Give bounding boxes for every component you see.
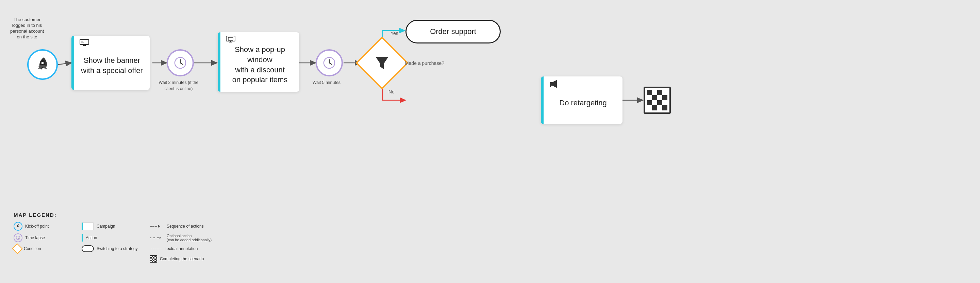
- legend-strategy-icon: [82, 245, 94, 252]
- legend: MAP LEGEND: Kick-off point Campaign: [14, 212, 224, 262]
- kickoff-node: [27, 49, 58, 80]
- legend-timelapse-label: Time lapse: [25, 236, 45, 240]
- condition-node: [355, 36, 409, 89]
- legend-campaign-label: Campaign: [97, 224, 115, 229]
- svg-rect-48: [657, 105, 662, 111]
- svg-rect-41: [662, 95, 667, 100]
- svg-rect-39: [652, 95, 657, 100]
- legend-kickoff-label: Kick-off point: [25, 224, 49, 229]
- kickoff-label: The customer logged in to his personal a…: [8, 17, 46, 40]
- svg-rect-49: [662, 105, 667, 111]
- legend-textual-label: Textual annotation: [165, 246, 197, 251]
- timelapse-label-2: Wait 5 minutes: [306, 80, 347, 86]
- svg-rect-36: [657, 90, 662, 95]
- svg-rect-45: [662, 100, 667, 105]
- svg-line-3: [58, 63, 72, 65]
- legend-textual-icon: [150, 249, 162, 249]
- svg-line-30: [329, 63, 332, 65]
- end-node: [644, 87, 671, 114]
- legend-sequence: Sequence of actions: [150, 224, 224, 229]
- svg-rect-34: [647, 90, 652, 95]
- svg-line-52: [18, 238, 19, 239]
- svg-rect-37: [662, 90, 667, 95]
- svg-rect-44: [657, 100, 662, 105]
- order-support-label: Order support: [430, 27, 476, 36]
- banner-card-text: Show the banner with a special offer: [74, 55, 150, 76]
- legend-strategy-label: Switching to a strategy: [97, 246, 138, 251]
- legend-campaign-icon: [82, 222, 94, 230]
- popup-card-text: Show a pop-up windowwith a discounton po…: [220, 44, 299, 85]
- legend-condition-label: Condition: [24, 246, 41, 251]
- svg-line-22: [180, 63, 183, 65]
- legend-action-label: Action: [86, 236, 97, 240]
- legend-timelapse: Time lapse: [14, 233, 75, 242]
- legend-action: Action: [82, 234, 143, 242]
- clock-icon-2: [323, 56, 336, 69]
- legend-optional-label: Optional action(can be added additionall…: [167, 234, 212, 242]
- legend-condition-icon: [12, 243, 22, 254]
- svg-rect-38: [647, 95, 652, 100]
- legend-timelapse-icon: [14, 233, 22, 242]
- rocket-icon-svg: [35, 57, 50, 72]
- svg-marker-32: [550, 81, 557, 87]
- svg-rect-46: [647, 105, 652, 111]
- timelapse-node-2: [316, 49, 343, 76]
- legend-title: MAP LEGEND:: [14, 212, 224, 218]
- main-canvas: The customer logged in to his personal a…: [0, 0, 980, 283]
- legend-optional: Optional action(can be added additionall…: [150, 234, 224, 242]
- legend-kickoff: Kick-off point: [14, 222, 75, 231]
- legend-grid: Kick-off point Campaign Sequence of acti…: [14, 222, 224, 262]
- no-label: No: [388, 89, 395, 95]
- retargeting-card: Do retargeting: [541, 76, 622, 124]
- legend-action-icon: [82, 234, 83, 242]
- svg-rect-42: [647, 100, 652, 105]
- flag-icon: [647, 90, 667, 111]
- legend-completing: Completing the scenario: [150, 255, 224, 262]
- legend-campaign: Campaign: [82, 222, 143, 230]
- svg-rect-40: [657, 95, 662, 100]
- legend-condition: Condition: [14, 245, 75, 253]
- svg-marker-31: [376, 57, 388, 69]
- legend-strategy: Switching to a strategy: [82, 245, 143, 252]
- made-purchase-label: Made a purchase?: [405, 60, 444, 66]
- monitor-icon-2: [226, 36, 235, 44]
- legend-sequence-label: Sequence of actions: [167, 224, 204, 229]
- timelapse-label-1: Wait 2 minutes (if the client is online): [156, 80, 201, 92]
- order-support-node: Order support: [406, 20, 501, 43]
- legend-completing-icon: [150, 255, 157, 262]
- monitor-icon: [80, 39, 89, 47]
- legend-textual: Textual annotation: [150, 246, 224, 251]
- retargeting-card-text: Do retargeting: [555, 98, 611, 108]
- svg-point-11: [41, 62, 44, 64]
- popup-card: Show a pop-up windowwith a discounton po…: [218, 32, 299, 92]
- yes-label: Yes: [390, 30, 398, 36]
- timelapse-node-1: [167, 49, 194, 76]
- svg-rect-27: [228, 37, 233, 40]
- svg-rect-35: [652, 90, 657, 95]
- banner-card: Show the banner with a special offer: [72, 36, 150, 90]
- svg-rect-43: [652, 100, 657, 105]
- clock-icon-1: [174, 56, 187, 69]
- legend-kickoff-icon: [14, 222, 22, 231]
- svg-rect-47: [652, 105, 657, 111]
- filter-icon: [375, 56, 389, 70]
- condition-inner: [375, 56, 389, 70]
- megaphone-icon: [549, 80, 558, 89]
- legend-completing-label: Completing the scenario: [160, 256, 204, 261]
